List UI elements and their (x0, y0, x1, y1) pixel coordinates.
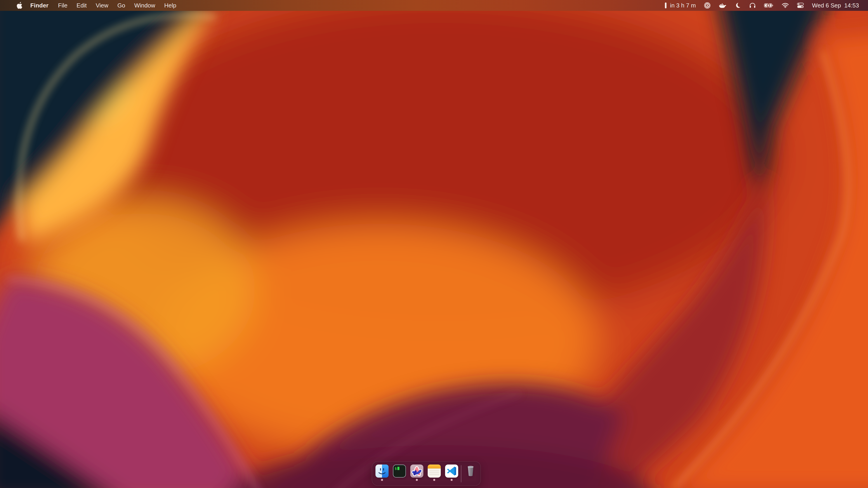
battery-charging-icon[interactable] (764, 3, 774, 8)
moon-focus-icon[interactable] (735, 2, 741, 8)
trash-icon (464, 464, 477, 478)
menu-bar-clock[interactable]: Wed 6 Sep 14:53 (812, 2, 859, 9)
control-center-icon[interactable] (797, 3, 804, 8)
headphones-icon[interactable] (749, 2, 756, 8)
dock-item-trash[interactable] (464, 464, 477, 481)
menu-item-file[interactable]: File (54, 0, 72, 11)
dock-trash-slot (464, 464, 477, 481)
finder-icon (375, 464, 389, 478)
power-ring-icon[interactable] (704, 2, 711, 9)
dock: $ (372, 461, 481, 486)
wallpaper-ventura (0, 0, 868, 488)
docker-whale-icon[interactable] (719, 2, 726, 8)
menu-bar-status-area: in 3 h 7 mWed 6 Sep 14:53 (664, 0, 868, 11)
session-indicator-icon[interactable] (664, 2, 667, 9)
dock-separator (461, 465, 461, 482)
running-indicator-dot (433, 479, 435, 481)
menu-item-help[interactable]: Help (160, 0, 181, 11)
svg-text:$: $ (395, 466, 397, 470)
active-app-menu[interactable]: Finder (25, 2, 54, 9)
wifi-icon[interactable] (782, 3, 789, 8)
apple-logo-icon[interactable] (14, 0, 25, 11)
notes-icon (428, 464, 441, 478)
dock-item-terminal[interactable]: $ (393, 464, 406, 481)
running-indicator-dot (451, 479, 453, 481)
terminal-icon: $ (393, 464, 406, 478)
dock-apps: $ (375, 464, 458, 481)
menu-item-window[interactable]: Window (130, 0, 160, 11)
vscode-icon (445, 464, 458, 478)
dock-item-notes[interactable] (428, 464, 441, 481)
menu-item-go[interactable]: Go (113, 0, 130, 11)
dock-item-finder[interactable] (375, 464, 389, 481)
menu-item-view[interactable]: View (91, 0, 113, 11)
desktop: Finder FileEditViewGoWindowHelp in 3 h 7… (0, 0, 868, 488)
shutdown-countdown[interactable]: in 3 h 7 m (670, 2, 696, 9)
running-indicator-dot (416, 479, 418, 481)
dock-item-visual-studio-code[interactable] (445, 464, 458, 481)
running-indicator-dot (381, 479, 383, 481)
dock-item-arc[interactable] (410, 464, 423, 481)
menu-item-edit[interactable]: Edit (72, 0, 91, 11)
menu-bar: Finder FileEditViewGoWindowHelp in 3 h 7… (0, 0, 868, 11)
arc-browser-icon (410, 464, 423, 478)
menu-bar-menus: FileEditViewGoWindowHelp (54, 0, 181, 11)
